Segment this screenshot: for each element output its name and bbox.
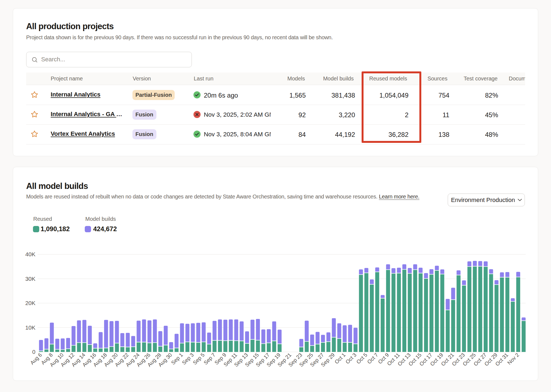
svg-text:Sep 7: Sep 7 bbox=[202, 352, 217, 366]
svg-text:Oct 3: Oct 3 bbox=[344, 352, 358, 365]
svg-text:Nov 2: Nov 2 bbox=[506, 352, 520, 366]
svg-text:10K: 10K bbox=[25, 324, 35, 331]
svg-text:0: 0 bbox=[32, 349, 35, 355]
svg-text:Sep 5: Sep 5 bbox=[192, 352, 206, 366]
svg-text:Sep 3: Sep 3 bbox=[181, 352, 195, 366]
svg-text:Aug 6: Aug 6 bbox=[29, 352, 43, 366]
svg-text:30K: 30K bbox=[25, 276, 35, 282]
svg-text:Oct 1: Oct 1 bbox=[334, 352, 347, 365]
svg-text:Oct 7: Oct 7 bbox=[366, 352, 379, 365]
svg-text:Sep 1: Sep 1 bbox=[170, 352, 184, 366]
svg-text:Oct 5: Oct 5 bbox=[355, 352, 368, 365]
svg-text:20K: 20K bbox=[25, 300, 35, 306]
svg-text:40K: 40K bbox=[25, 251, 35, 257]
